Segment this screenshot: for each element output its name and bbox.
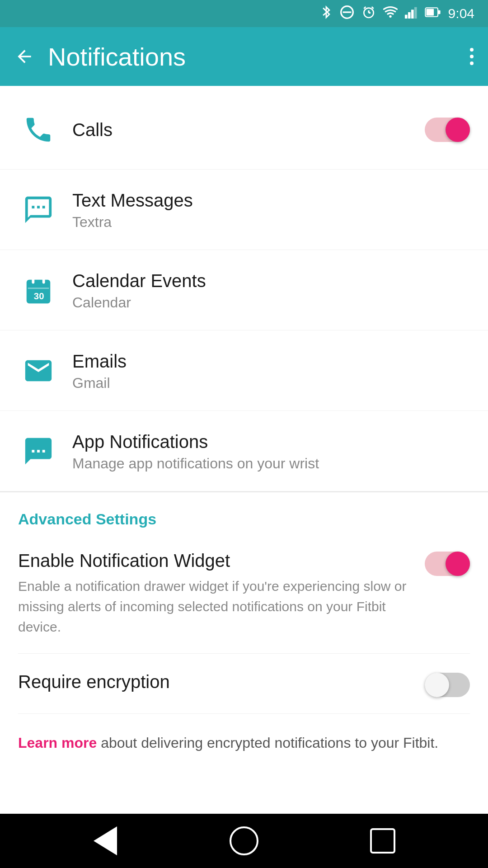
app-notifications-title: App Notifications bbox=[72, 430, 470, 453]
calendar-events-title: Calendar Events bbox=[72, 269, 470, 292]
notification-widget-knob bbox=[446, 552, 470, 576]
app-notifications-text: App Notifications Manage app notificatio… bbox=[72, 430, 470, 472]
svg-rect-14 bbox=[37, 206, 40, 208]
emails-text: Emails Gmail bbox=[72, 349, 470, 392]
app-notification-icon bbox=[18, 431, 59, 472]
calls-text: Calls bbox=[72, 118, 416, 142]
calendar-events-text: Calendar Events Calendar bbox=[72, 269, 470, 311]
notification-widget-title: Enable Notification Widget bbox=[18, 549, 407, 572]
bottom-nav bbox=[0, 814, 488, 868]
calls-toggle[interactable] bbox=[425, 118, 470, 142]
nav-recents-button[interactable] bbox=[365, 823, 401, 859]
calls-toggle-switch[interactable] bbox=[425, 118, 470, 142]
notification-widget-text: Enable Notification Widget Enable a noti… bbox=[18, 549, 425, 637]
calendar-events-subtitle: Calendar bbox=[72, 294, 470, 311]
status-time: 9:04 bbox=[448, 6, 474, 21]
require-encryption-toggle-switch[interactable] bbox=[425, 673, 470, 697]
svg-rect-22 bbox=[28, 288, 49, 289]
svg-rect-13 bbox=[32, 206, 34, 208]
message-icon bbox=[18, 189, 59, 230]
calls-title: Calls bbox=[72, 118, 416, 142]
home-circle bbox=[230, 826, 258, 855]
notification-widget-subtitle: Enable a notification drawer widget if y… bbox=[18, 576, 407, 637]
dot1 bbox=[470, 48, 474, 52]
recents-square bbox=[370, 828, 395, 854]
svg-rect-11 bbox=[426, 9, 434, 15]
emails-subtitle: Gmail bbox=[72, 375, 470, 392]
require-encryption-text: Require encryption bbox=[18, 670, 425, 697]
svg-rect-25 bbox=[42, 450, 45, 453]
text-messages-row[interactable]: Text Messages Textra bbox=[0, 170, 488, 250]
phone-icon bbox=[18, 109, 59, 150]
battery-icon bbox=[425, 6, 441, 22]
svg-rect-8 bbox=[411, 9, 414, 19]
calendar-events-row[interactable]: 30 Calendar Events Calendar bbox=[0, 250, 488, 330]
learn-more-text: about delivering encrypted notifications… bbox=[101, 735, 438, 751]
svg-rect-18 bbox=[28, 281, 49, 288]
emails-row[interactable]: Emails Gmail bbox=[0, 330, 488, 411]
page-title: Notifications bbox=[48, 42, 456, 71]
text-messages-title: Text Messages bbox=[72, 189, 470, 212]
back-button[interactable] bbox=[14, 47, 34, 66]
require-encryption-title: Require encryption bbox=[18, 670, 407, 693]
learn-more-link[interactable]: Learn more bbox=[18, 735, 97, 751]
notification-widget-toggle-switch[interactable] bbox=[425, 552, 470, 576]
more-options-button[interactable] bbox=[470, 48, 474, 65]
svg-rect-6 bbox=[405, 14, 408, 18]
email-icon bbox=[18, 350, 59, 391]
text-messages-text: Text Messages Textra bbox=[72, 189, 470, 231]
app-bar: Notifications bbox=[0, 27, 488, 86]
dot3 bbox=[470, 61, 474, 65]
main-content: Calls Text Messages Textra bbox=[0, 86, 488, 814]
back-triangle bbox=[94, 826, 117, 855]
app-notifications-subtitle: Manage app notifications on your wrist bbox=[72, 455, 470, 472]
app-notifications-row[interactable]: App Notifications Manage app notificatio… bbox=[0, 411, 488, 491]
svg-rect-15 bbox=[42, 206, 45, 208]
signal-icon bbox=[405, 6, 418, 22]
text-messages-subtitle: Textra bbox=[72, 214, 470, 231]
calls-toggle-knob bbox=[446, 118, 470, 142]
calendar-icon: 30 bbox=[18, 270, 59, 311]
learn-more-row: Learn more about delivering encrypted no… bbox=[18, 714, 470, 772]
calls-row[interactable]: Calls bbox=[0, 90, 488, 170]
advanced-settings-section: Advanced Settings Enable Notification Wi… bbox=[0, 492, 488, 772]
svg-text:30: 30 bbox=[34, 291, 44, 301]
alarm-icon bbox=[361, 5, 376, 23]
status-bar: 9:04 bbox=[0, 0, 488, 27]
require-encryption-toggle[interactable] bbox=[425, 670, 470, 697]
svg-point-5 bbox=[389, 15, 391, 17]
wifi-icon bbox=[383, 6, 398, 22]
status-icons: 9:04 bbox=[320, 5, 474, 23]
require-encryption-row[interactable]: Require encryption bbox=[18, 654, 470, 714]
notification-widget-toggle[interactable] bbox=[425, 549, 470, 576]
dot2 bbox=[470, 55, 474, 58]
svg-rect-9 bbox=[414, 7, 417, 18]
notification-widget-row[interactable]: Enable Notification Widget Enable a noti… bbox=[18, 533, 470, 654]
emails-title: Emails bbox=[72, 349, 470, 373]
svg-rect-7 bbox=[408, 12, 411, 19]
svg-rect-12 bbox=[438, 10, 441, 14]
nav-back-button[interactable] bbox=[87, 823, 123, 859]
dnd-icon bbox=[340, 5, 354, 23]
svg-rect-23 bbox=[32, 450, 34, 453]
advanced-settings-header: Advanced Settings bbox=[18, 492, 470, 533]
bluetooth-icon bbox=[320, 5, 333, 23]
svg-rect-24 bbox=[37, 450, 40, 453]
nav-home-button[interactable] bbox=[226, 823, 262, 859]
require-encryption-knob bbox=[425, 673, 449, 697]
